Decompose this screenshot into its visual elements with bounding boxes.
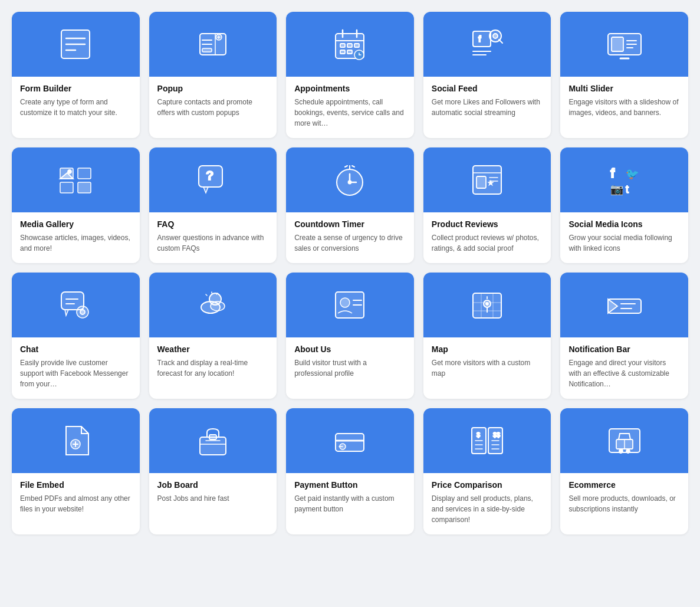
svg-point-67 (80, 310, 85, 314)
card-body-social-media-icons: Social Media Icons Grow your social medi… (560, 212, 688, 263)
svg-text:$$: $$ (493, 431, 500, 438)
card-desc-weather: Track and display a real-time forecast f… (157, 357, 269, 379)
card-form-builder[interactable]: Form Builder Create any type of form and… (12, 12, 140, 138)
svg-point-27 (493, 34, 498, 38)
svg-rect-42 (78, 182, 91, 193)
map-icon (423, 273, 551, 337)
appointments-icon (286, 12, 414, 77)
media-gallery-icon (12, 147, 140, 212)
svg-marker-44 (203, 187, 208, 193)
svg-text:?: ? (206, 168, 213, 183)
card-body-job-board: Job Board Post Jobs and hire fast (149, 473, 277, 513)
svg-point-39 (68, 170, 71, 173)
card-desc-about-us: Build visitor trust with a professional … (294, 357, 406, 379)
social-media-icons-icon: f🐦📷t (560, 147, 688, 212)
card-title-multi-slider: Multi Slider (568, 84, 680, 93)
card-product-reviews[interactable]: Product Reviews Collect product reviews … (423, 147, 551, 263)
faq-icon: ? (149, 147, 277, 212)
card-price-comparison[interactable]: $$$ Price Comparison Display and sell pr… (423, 408, 551, 534)
svg-rect-11 (202, 48, 212, 52)
card-body-form-builder: Form Builder Create any type of form and… (12, 77, 140, 127)
svg-point-52 (349, 181, 351, 184)
card-body-chat: Chat Easily provide live customer suppor… (12, 337, 140, 399)
card-body-ecommerce: Ecommerce Sell more products, downloads,… (560, 473, 688, 524)
about-us-icon (286, 273, 414, 337)
card-body-price-comparison: Price Comparison Display and sell produc… (423, 473, 551, 534)
card-title-popup: Popup (157, 84, 269, 93)
file-embed-icon (12, 408, 140, 473)
card-multi-slider[interactable]: Multi Slider Engage visitors with a slid… (560, 12, 688, 138)
card-title-product-reviews: Product Reviews (432, 219, 543, 229)
card-title-social-media-icons: Social Media Icons (568, 219, 680, 229)
svg-rect-16 (340, 44, 345, 47)
svg-text:📷: 📷 (610, 183, 624, 196)
card-title-social-feed: Social Feed (432, 84, 543, 93)
price-comparison-icon: $$$ (423, 408, 551, 473)
card-title-ecommerce: Ecommerce (568, 480, 680, 490)
svg-rect-40 (78, 168, 91, 179)
svg-text:f: f (478, 34, 481, 44)
card-body-payment-button: Payment Button Get paid instantly with a… (286, 473, 414, 524)
card-desc-ecommerce: Sell more products, downloads, or subscr… (568, 493, 680, 514)
card-notification-bar[interactable]: Notification Bar Engage and direct your … (560, 273, 688, 399)
card-title-notification-bar: Notification Bar (568, 344, 680, 354)
card-desc-payment-button: Get paid instantly with a custom payment… (294, 493, 406, 514)
card-social-media-icons[interactable]: f🐦📷t Social Media Icons Grow your social… (560, 147, 688, 263)
job-board-icon (149, 408, 277, 473)
svg-text:$: $ (476, 431, 480, 438)
card-countdown-timer[interactable]: Countdown Timer Create a sense of urgenc… (286, 147, 414, 263)
svg-line-71 (206, 294, 207, 296)
card-about-us[interactable]: About Us Build visitor trust with a prof… (286, 273, 414, 399)
popup-icon (149, 12, 277, 77)
card-body-popup: Popup Capture contacts and promote offer… (149, 77, 277, 127)
card-media-gallery[interactable]: Media Gallery Showcase articles, images,… (12, 147, 140, 263)
svg-line-28 (499, 40, 502, 43)
svg-rect-19 (340, 50, 345, 54)
card-title-about-us: About Us (294, 344, 406, 354)
card-map[interactable]: Map Get more visitors with a custom map (423, 273, 551, 399)
card-desc-notification-bar: Engage and direct your visitors with an … (568, 357, 680, 389)
ecommerce-icon (560, 408, 688, 473)
card-desc-product-reviews: Collect product reviews w/ photos, ratin… (432, 232, 543, 254)
card-title-payment-button: Payment Button (294, 480, 406, 490)
card-job-board[interactable]: Job Board Post Jobs and hire fast (149, 408, 277, 534)
svg-marker-63 (65, 310, 68, 316)
social-feed-icon: f (423, 12, 551, 77)
card-desc-price-comparison: Display and sell products, plans, and se… (432, 493, 543, 525)
card-body-file-embed: File Embed Embed PDFs and almost any oth… (12, 473, 140, 524)
card-body-notification-bar: Notification Bar Engage and direct your … (560, 337, 688, 399)
card-social-feed[interactable]: f Social Feed Get more Likes and Followe… (423, 12, 551, 138)
card-chat[interactable]: Chat Easily provide live customer suppor… (12, 273, 140, 399)
card-desc-job-board: Post Jobs and hire fast (157, 493, 269, 504)
svg-rect-55 (476, 176, 486, 188)
svg-rect-20 (347, 50, 352, 54)
card-body-map: Map Get more visitors with a custom map (423, 337, 551, 388)
card-title-weather: Weather (157, 344, 269, 354)
card-body-social-feed: Social Feed Get more Likes and Followers… (423, 77, 551, 127)
card-title-media-gallery: Media Gallery (20, 219, 132, 229)
svg-point-84 (486, 303, 488, 305)
product-reviews-icon (423, 147, 551, 212)
card-appointments[interactable]: Appointments Schedule appointments, call… (286, 12, 414, 138)
card-title-appointments: Appointments (294, 84, 406, 93)
card-title-faq: FAQ (157, 219, 269, 229)
card-payment-button[interactable]: Payment Button Get paid instantly with a… (286, 408, 414, 534)
card-desc-multi-slider: Engage visitors with a slideshow of imag… (568, 97, 680, 118)
card-body-multi-slider: Multi Slider Engage visitors with a slid… (560, 77, 688, 127)
card-weather[interactable]: Weather Track and display a real-time fo… (149, 273, 277, 399)
svg-point-75 (340, 298, 350, 307)
card-popup[interactable]: Popup Capture contacts and promote offer… (149, 12, 277, 138)
card-file-embed[interactable]: File Embed Embed PDFs and almost any oth… (12, 408, 140, 534)
card-body-appointments: Appointments Schedule appointments, call… (286, 77, 414, 138)
card-title-form-builder: Form Builder (20, 84, 132, 93)
form-builder-icon (12, 12, 140, 77)
card-desc-form-builder: Create any type of form and customize it… (20, 97, 132, 118)
svg-rect-18 (354, 44, 359, 47)
card-faq[interactable]: ? FAQ Answer questions in advance with c… (149, 147, 277, 263)
card-body-about-us: About Us Build visitor trust with a prof… (286, 337, 414, 388)
svg-point-114 (626, 449, 630, 453)
widget-grid: Form Builder Create any type of form and… (12, 12, 688, 534)
card-title-job-board: Job Board (157, 480, 269, 490)
card-title-map: Map (432, 344, 543, 354)
card-ecommerce[interactable]: Ecommerce Sell more products, downloads,… (560, 408, 688, 534)
